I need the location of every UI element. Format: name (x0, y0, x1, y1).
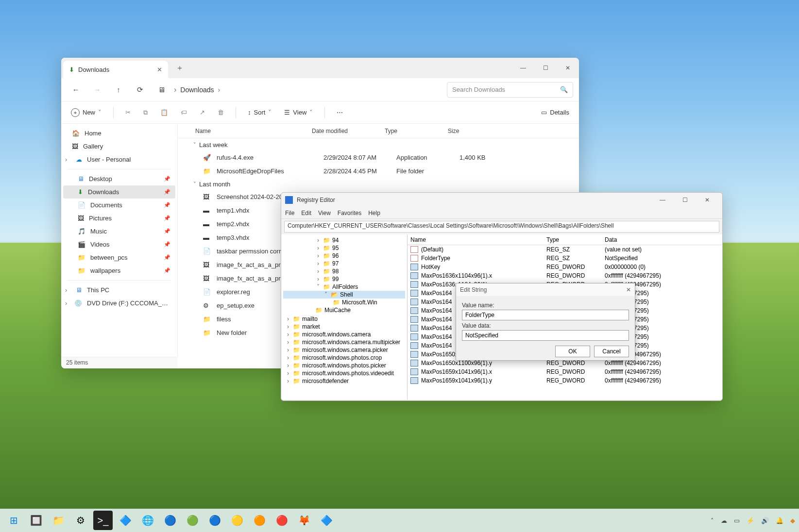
dialog-titlebar[interactable]: Edit String ✕ (456, 283, 635, 296)
close-tab-icon[interactable]: ✕ (157, 66, 162, 73)
cancel-button[interactable]: Cancel (594, 346, 629, 357)
chevron-right-icon[interactable]: › (65, 286, 71, 294)
notification-icon[interactable]: 🔔 (776, 517, 783, 524)
chevron-right-icon[interactable]: › (315, 237, 321, 244)
sidebar-gallery[interactable]: 🖼Gallery (63, 140, 175, 153)
new-tab-button[interactable]: ＋ (176, 63, 184, 73)
view-button[interactable]: ☰ View ˅ (281, 107, 316, 118)
app-icon[interactable]: 🟡 (227, 511, 247, 530)
tree-item[interactable]: ›📁market (283, 323, 405, 331)
close-button[interactable]: ✕ (696, 192, 718, 210)
col-name[interactable]: Name (195, 128, 312, 134)
chevron-right-icon[interactable]: › (315, 260, 321, 267)
chevron-up-icon[interactable]: ˄ (711, 517, 714, 524)
app-icon[interactable]: 🔷 (116, 511, 135, 530)
terminal-icon[interactable]: >_ (93, 511, 113, 530)
tree-item[interactable]: ›📁microsoft.windows.camera.picker (283, 346, 405, 354)
registry-value-row[interactable]: FolderTypeREG_SZNotSpecified (408, 254, 722, 263)
regedit-titlebar[interactable]: Registry Editor — ☐ ✕ (281, 193, 722, 207)
reg-column-headers[interactable]: Name Type Data (408, 234, 722, 245)
app-icon[interactable]: 🟢 (183, 511, 202, 530)
col-data[interactable]: Data (605, 236, 722, 243)
chrome-icon[interactable]: 🔴 (272, 511, 291, 530)
up-button[interactable]: ↑ (110, 81, 127, 99)
sidebar-videos[interactable]: 🎬Videos📌 (63, 238, 175, 251)
edge-icon[interactable]: 🌐 (138, 511, 157, 530)
tree-item[interactable]: ›📁96 (283, 252, 405, 260)
menu-file[interactable]: File (285, 210, 294, 216)
maximize-button[interactable]: ☐ (674, 192, 696, 210)
tree-item[interactable]: ›📁99 (283, 275, 405, 283)
group-header[interactable]: ˅Last week (178, 138, 579, 150)
value-data-input[interactable] (462, 330, 629, 341)
chevron-right-icon[interactable]: › (315, 268, 321, 275)
registry-value-row[interactable]: MaxPos1659x1041x96(1).xREG_DWORD0xffffff… (408, 367, 722, 376)
chevron-right-icon[interactable]: › (315, 276, 321, 283)
close-icon[interactable]: ✕ (626, 286, 631, 293)
taskbar[interactable]: ⊞ 🔲 📁 ⚙ >_ 🔷 🌐 🔵 🟢 🔵 🟡 🟠 🔴 🦊 🔷 ˄ ☁ ▭ ⚡ 🔊… (0, 509, 799, 532)
chevron-down-icon[interactable]: ˅ (315, 283, 321, 290)
col-type[interactable]: Type (385, 128, 448, 134)
tree-item[interactable]: ›📁95 (283, 244, 405, 252)
column-headers[interactable]: Name Date modified Type Size (178, 124, 579, 138)
chevron-right-icon[interactable]: › (65, 299, 69, 307)
registry-value-row[interactable]: MaxPos1636x1104x96(1).xREG_DWORD0xffffff… (408, 271, 722, 280)
sidebar-folder[interactable]: 📁between_pcs📌 (63, 251, 175, 264)
tree-item[interactable]: ›📁94 (283, 236, 405, 244)
menu-view[interactable]: View (318, 210, 331, 216)
chevron-right-icon[interactable]: › (315, 252, 321, 259)
tree-item[interactable]: ›📁microsoft.windows.photos.crop (283, 354, 405, 362)
group-header[interactable]: ˅Last month (178, 178, 579, 190)
sidebar-desktop[interactable]: 🖥Desktop📌 (63, 172, 175, 185)
chevron-right-icon[interactable]: › (315, 245, 321, 251)
sidebar-thispc[interactable]: ›🖥This PC (63, 283, 175, 297)
back-button[interactable]: ← (67, 81, 85, 99)
tree-item[interactable]: ˅📁AllFolders (283, 283, 405, 291)
value-name-input[interactable] (462, 310, 629, 320)
app-icon[interactable]: 🔷 (317, 511, 336, 530)
monitor-icon[interactable]: 🖥 (153, 81, 170, 99)
rename-button[interactable]: 🏷 (178, 107, 190, 118)
col-name[interactable]: Name (410, 236, 546, 243)
app-icon[interactable]: 🔵 (205, 511, 224, 530)
minimize-button[interactable]: — (512, 58, 534, 78)
registry-value-row[interactable]: HotKeyREG_DWORD0x00000000 (0) (408, 263, 722, 271)
breadcrumb[interactable]: Downloads › (180, 86, 220, 94)
volume-icon[interactable]: 🔊 (761, 517, 769, 524)
app-icon[interactable]: 🔵 (160, 511, 180, 530)
details-button[interactable]: ▭ Details (538, 107, 572, 118)
tree-item-selected[interactable]: ˅📂Shell (283, 291, 405, 299)
sort-button[interactable]: ↕ Sort ˅ (245, 107, 274, 118)
chevron-right-icon[interactable]: › (65, 156, 71, 163)
paste-button[interactable]: 📋 (157, 107, 171, 118)
chevron-down-icon[interactable]: ˅ (323, 291, 329, 298)
maximize-button[interactable]: ☐ (534, 58, 557, 78)
taskview-button[interactable]: 🔲 (26, 511, 46, 530)
tree-item[interactable]: ›📁microsoftdefender (283, 377, 405, 385)
tree-item[interactable]: 📁Microsoft.Win (283, 299, 405, 306)
tree-item[interactable]: ›📁mailto (283, 315, 405, 323)
registry-value-row[interactable]: (Default)REG_SZ(value not set) (408, 245, 722, 254)
refresh-button[interactable]: ⟳ (131, 81, 149, 99)
cloud-icon[interactable]: ☁ (721, 517, 727, 524)
sidebar-downloads[interactable]: ⬇Downloads📌 (63, 185, 175, 199)
firefox-icon[interactable]: 🦊 (294, 511, 314, 530)
copy-button[interactable]: ⧉ (140, 107, 151, 118)
system-tray[interactable]: ˄ ☁ ▭ ⚡ 🔊 🔔 ◆ (711, 517, 795, 524)
forward-button[interactable]: → (88, 81, 106, 99)
address-bar[interactable]: Computer\HKEY_CURRENT_USER\Software\Clas… (284, 221, 719, 233)
tree-item[interactable]: ›📁microsoft.windows.camera.multipicker (283, 338, 405, 346)
tree-item[interactable]: ›📁microsoft.windows.camera (283, 331, 405, 338)
registry-tree[interactable]: ›📁94›📁95›📁96›📁97›📁98›📁99 ˅📁AllFolders ˅📂… (281, 234, 408, 399)
ok-button[interactable]: OK (555, 346, 590, 357)
close-button[interactable]: ✕ (557, 58, 579, 78)
sidebar-home[interactable]: 🏠Home (63, 127, 175, 140)
new-button[interactable]: +New ˅ (68, 106, 104, 119)
menu-help[interactable]: Help (368, 210, 380, 216)
sidebar-dvd[interactable]: ›💿DVD Drive (F:) CCCOMA_X64FRE_EN (63, 297, 175, 310)
settings-icon[interactable]: ⚙ (71, 511, 90, 530)
search-input[interactable]: Search Downloads 🔍 (447, 82, 573, 98)
tree-item[interactable]: ›📁98 (283, 267, 405, 275)
sidebar-documents[interactable]: 📄Documents📌 (63, 199, 175, 212)
menu-edit[interactable]: Edit (301, 210, 311, 216)
